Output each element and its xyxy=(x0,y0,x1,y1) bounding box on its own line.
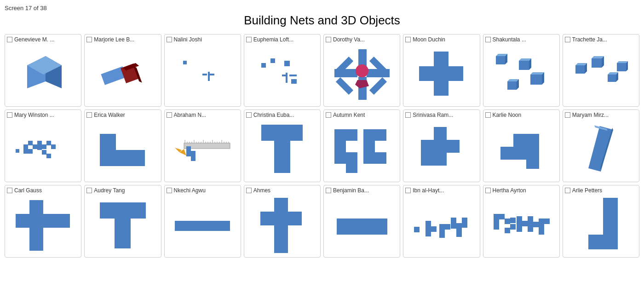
svg-rect-141 xyxy=(115,219,131,235)
card-audrey[interactable]: Audrey Tang xyxy=(84,185,161,258)
card-checkbox-nkechi[interactable] xyxy=(167,188,172,193)
svg-rect-52 xyxy=(592,58,602,68)
card-checkbox-autumn[interactable] xyxy=(326,112,331,118)
card-euphemia[interactable]: Euphemia Loft... xyxy=(244,34,321,107)
svg-rect-15 xyxy=(282,75,286,76)
svg-rect-153 xyxy=(426,221,431,226)
card-shakuntala[interactable]: Shakuntala ... xyxy=(483,34,560,107)
card-checkbox-maryam[interactable] xyxy=(565,112,570,118)
card-checkbox-marjorie[interactable] xyxy=(86,37,92,42)
card-checkbox-trachette[interactable] xyxy=(565,37,570,42)
svg-rect-116 xyxy=(346,164,357,173)
card-visual-arlie xyxy=(565,196,637,255)
card-erica[interactable]: Erica Walker xyxy=(84,109,161,182)
svg-rect-8 xyxy=(202,74,207,75)
card-autumn[interactable]: Autumn Kent xyxy=(323,109,400,182)
svg-rect-117 xyxy=(375,152,386,164)
card-checkbox-audrey[interactable] xyxy=(86,188,92,193)
svg-rect-160 xyxy=(456,223,462,237)
card-moon[interactable]: Moon Duchin xyxy=(403,34,480,107)
card-checkbox-euphemia[interactable] xyxy=(246,37,252,42)
card-mary[interactable]: Mary Winston ... xyxy=(5,109,81,182)
card-visual-abraham xyxy=(167,120,239,180)
card-checkbox-mary[interactable] xyxy=(7,112,12,118)
svg-rect-123 xyxy=(421,153,434,166)
card-hertha[interactable]: Hertha Ayrton xyxy=(483,185,560,258)
card-checkbox-carl[interactable] xyxy=(7,188,12,193)
card-visual-srinivasa xyxy=(405,120,477,180)
card-header-maryam: Maryam Mirz... xyxy=(565,112,637,118)
card-visual-trachette xyxy=(565,45,637,104)
card-name-autumn: Autumn Kent xyxy=(333,112,365,118)
card-karlie[interactable]: Karlie Noon xyxy=(483,109,560,182)
svg-rect-180 xyxy=(588,235,618,249)
card-checkbox-erica[interactable] xyxy=(86,112,92,118)
card-ahmes[interactable]: Ahmes xyxy=(244,185,321,258)
svg-rect-170 xyxy=(517,221,522,226)
card-name-maryam: Maryam Mirz... xyxy=(572,112,609,118)
svg-rect-70 xyxy=(46,141,51,145)
card-checkbox-shakuntala[interactable] xyxy=(485,37,491,42)
card-checkbox-arlie[interactable] xyxy=(565,188,570,193)
svg-rect-77 xyxy=(132,150,145,166)
svg-rect-35 xyxy=(448,66,463,81)
card-name-trachette: Trachette Ja... xyxy=(572,36,607,43)
card-trachette[interactable]: Trachette Ja... xyxy=(563,34,639,107)
card-nalini[interactable]: Nalini Joshi xyxy=(164,34,241,107)
svg-rect-72 xyxy=(42,150,46,155)
card-checkbox-genevieve[interactable] xyxy=(7,37,12,42)
card-name-ahmes: Ahmes xyxy=(253,187,270,194)
svg-rect-75 xyxy=(100,150,116,166)
card-ibn[interactable]: Ibn al-Hayt... xyxy=(403,185,480,258)
svg-rect-104 xyxy=(261,125,303,141)
card-checkbox-benjamin[interactable] xyxy=(326,188,331,193)
card-checkbox-dorothy[interactable] xyxy=(326,37,331,42)
card-checkbox-srinivasa[interactable] xyxy=(405,112,411,118)
svg-rect-121 xyxy=(447,140,460,153)
svg-rect-134 xyxy=(29,214,43,228)
card-checkbox-hertha[interactable] xyxy=(485,188,491,193)
svg-rect-129 xyxy=(526,160,539,169)
card-checkbox-moon[interactable] xyxy=(405,37,411,42)
svg-rect-157 xyxy=(445,224,450,230)
svg-rect-169 xyxy=(522,221,528,226)
card-checkbox-nalini[interactable] xyxy=(167,37,172,42)
svg-rect-105 xyxy=(274,141,290,157)
card-visual-autumn xyxy=(326,120,398,180)
card-maryam[interactable]: Maryam Mirz... xyxy=(563,109,639,182)
card-arlie[interactable]: Arlie Petters xyxy=(563,185,639,258)
card-marjorie[interactable]: Marjorie Lee B... xyxy=(84,34,161,107)
card-checkbox-karlie[interactable] xyxy=(485,112,491,118)
card-christina[interactable]: Christina Euba... xyxy=(244,109,321,182)
card-header-autumn: Autumn Kent xyxy=(326,112,398,118)
card-nkechi[interactable]: Nkechi Agwu xyxy=(164,185,241,258)
card-grid: Genevieve M. ... Marjorie Lee B... Nalin… xyxy=(5,34,639,258)
card-checkbox-ibn[interactable] xyxy=(405,188,411,193)
svg-rect-152 xyxy=(414,227,420,232)
svg-rect-65 xyxy=(28,149,33,154)
svg-marker-31 xyxy=(355,80,369,88)
card-header-shakuntala: Shakuntala ... xyxy=(485,36,558,43)
card-visual-erica xyxy=(86,120,159,180)
card-genevieve[interactable]: Genevieve M. ... xyxy=(5,34,81,107)
svg-rect-61 xyxy=(16,149,19,153)
card-benjamin[interactable]: Benjamin Ba... xyxy=(323,185,400,258)
svg-rect-18 xyxy=(286,78,288,83)
svg-rect-109 xyxy=(334,141,346,152)
card-checkbox-christina[interactable] xyxy=(246,112,252,118)
svg-rect-112 xyxy=(375,129,386,141)
card-dorothy[interactable]: Dorothy Va... xyxy=(323,34,400,107)
card-visual-genevieve xyxy=(7,45,79,104)
card-carl[interactable]: Carl Gauss xyxy=(5,185,81,258)
svg-rect-71 xyxy=(51,144,56,149)
svg-rect-165 xyxy=(505,219,510,224)
svg-rect-146 xyxy=(260,212,274,225)
card-visual-ahmes xyxy=(246,196,318,255)
card-abraham[interactable]: Abraham N... xyxy=(164,109,241,182)
card-checkbox-ahmes[interactable] xyxy=(246,188,252,193)
card-header-erica: Erica Walker xyxy=(86,112,159,118)
svg-rect-125 xyxy=(500,147,513,160)
svg-rect-176 xyxy=(544,219,550,224)
card-srinivasa[interactable]: Srinivasa Ram... xyxy=(403,109,480,182)
card-checkbox-abraham[interactable] xyxy=(167,112,172,118)
